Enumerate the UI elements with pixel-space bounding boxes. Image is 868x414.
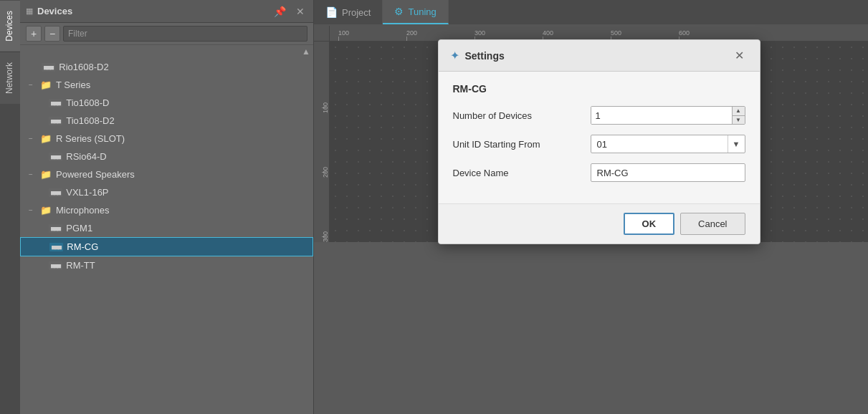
tree-item-poweredspeakers[interactable]: − 📁 Powered Speakers (20, 165, 313, 183)
tab-project-label: Project (342, 7, 371, 18)
tree-item-rmcg[interactable]: ■■■ RM-CG (20, 237, 313, 256)
devices-icon: ▦ (26, 6, 33, 16)
device-name-row: Device Name (453, 163, 745, 182)
device-icon: ■■■ (49, 153, 62, 161)
tree-item-rseriesslot[interactable]: − 📁 R Series (SLOT) (20, 130, 313, 148)
collapse-icon[interactable]: − (29, 135, 37, 143)
tree-item-tio1608d[interactable]: ■■■ Tio1608-D (20, 94, 313, 112)
tree-item-rio1608d2[interactable]: ■■■ Rio1608-D2 (20, 58, 313, 76)
ruler-v-marks: 100 200 300 (322, 49, 329, 242)
device-icon: ■■■ (49, 188, 62, 197)
device-icon: ■■■ (42, 63, 55, 72)
add-button[interactable]: + (26, 26, 42, 42)
collapse-icon[interactable]: − (29, 81, 37, 89)
unit-id-control: 01 ▼ (591, 135, 745, 153)
canvas-content: 100 200 300 ✦ (314, 42, 868, 242)
device-tree: ■■■ Rio1608-D2 − 📁 T Series ■■■ Tio1608-… (20, 58, 313, 414)
filter-input[interactable] (63, 26, 307, 42)
collapse-icon[interactable]: − (29, 206, 37, 214)
sidebar-item-devices[interactable]: Devices (0, 0, 20, 52)
tree-item-label: PGM1 (66, 223, 92, 234)
tab-project[interactable]: 📄 Project (314, 0, 383, 24)
tree-item-pgm1[interactable]: ■■■ PGM1 (20, 219, 313, 237)
num-devices-control: ▲ ▼ (591, 106, 745, 125)
num-devices-spinbox[interactable]: ▲ ▼ (591, 106, 745, 125)
tree-item-label: Tio1608-D (66, 97, 109, 108)
device-icon: ■■■ (49, 224, 62, 233)
scroll-up-area: ▲ (20, 45, 313, 58)
tree-item-microphones[interactable]: − 📁 Microphones (20, 201, 313, 219)
device-name-label: Device Name (453, 168, 582, 178)
panel-title: Devices (37, 6, 267, 16)
modal-body: RM-CG Number of Devices ▲ ▼ (439, 72, 760, 203)
folder-icon: 📁 (40, 80, 52, 90)
close-button[interactable]: ✕ (293, 4, 307, 19)
settings-modal: ✦ Settings ✕ RM-CG Number of Devices (438, 39, 760, 244)
num-devices-label: Number of Devices (453, 110, 582, 121)
modal-overlay: ✦ Settings ✕ RM-CG Number of Devices (330, 42, 868, 242)
spinbox-down[interactable]: ▼ (733, 116, 745, 125)
tree-item-label: Microphones (56, 205, 109, 216)
modal-footer: OK Cancel (439, 203, 760, 244)
tree-item-label: Powered Speakers (56, 169, 135, 180)
tree-item-rmtt[interactable]: ■■■ RM-TT (20, 256, 313, 274)
spinbox-buttons: ▲ ▼ (732, 107, 745, 124)
tree-item-tio1608d2[interactable]: ■■■ Tio1608-D2 (20, 112, 313, 130)
spinbox-up[interactable]: ▲ (733, 107, 745, 116)
ruler-vertical: 100 200 300 (314, 42, 330, 242)
device-icon: ■■■ (49, 243, 63, 251)
ruler-v-mark: 100 (322, 49, 329, 113)
tree-item-rsio64d[interactable]: ■■■ RSio64-D (20, 148, 313, 165)
devices-panel: ▦ Devices 📌 ✕ + − ▲ ■■■ Rio1608-D2 − 📁 T… (20, 0, 314, 414)
ruler-mark: 100 (338, 29, 406, 41)
tab-tuning[interactable]: ⚙ Tuning (383, 0, 448, 24)
pin-button[interactable]: 📌 (271, 4, 289, 19)
project-icon: 📄 (325, 6, 338, 18)
unit-id-label: Unit ID Starting From (453, 139, 582, 150)
settings-icon: ✦ (450, 49, 459, 62)
tab-tuning-label: Tuning (408, 6, 436, 17)
tree-item-label: RSio64-D (66, 151, 106, 162)
ok-button[interactable]: OK (624, 213, 675, 235)
vertical-sidebar: Devices Network (0, 0, 20, 414)
ruler-marks: 100 200 300 400 (338, 26, 747, 41)
tree-item-label: Rio1608-D2 (59, 62, 108, 72)
tree-item-vxl116p[interactable]: ■■■ VXL1-16P (20, 183, 313, 201)
scroll-up-arrow[interactable]: ▲ (302, 47, 310, 57)
num-devices-row: Number of Devices ▲ ▼ (453, 106, 745, 125)
ruler-v-mark: 300 (322, 178, 329, 242)
folder-icon: 📁 (40, 169, 52, 180)
folder-icon: 📁 (40, 133, 52, 144)
modal-close-button[interactable]: ✕ (730, 47, 748, 64)
tree-item-label: RM-TT (66, 260, 95, 271)
tree-item-tseries[interactable]: − 📁 T Series (20, 76, 313, 94)
tree-item-label: VXL1-16P (66, 187, 108, 198)
dropdown-arrow[interactable]: ▼ (728, 135, 745, 153)
unit-id-value: 01 (591, 139, 728, 150)
unit-id-row: Unit ID Starting From 01 ▼ (453, 135, 745, 153)
remove-button[interactable]: − (44, 26, 60, 42)
unit-id-select[interactable]: 01 ▼ (591, 135, 745, 153)
dot-canvas: ✦ Settings ✕ RM-CG Number of Devices (330, 42, 868, 242)
sidebar-item-network[interactable]: Network (0, 52, 20, 104)
num-devices-input[interactable] (591, 107, 732, 124)
panel-header: ▦ Devices 📌 ✕ (20, 0, 313, 23)
tab-bar: 📄 Project ⚙ Tuning (314, 0, 868, 26)
tree-item-label: R Series (SLOT) (56, 133, 125, 144)
device-icon: ■■■ (49, 261, 62, 270)
cancel-button[interactable]: Cancel (680, 213, 745, 235)
main-area: 📄 Project ⚙ Tuning 100 200 (314, 0, 868, 414)
tree-item-label: RM-CG (67, 241, 98, 252)
device-name-input[interactable] (591, 163, 745, 182)
ruler-v-mark: 200 (322, 113, 329, 178)
folder-icon: 📁 (40, 205, 52, 216)
modal-device-name: RM-CG (453, 83, 745, 95)
modal-title: Settings (465, 50, 725, 62)
tuning-icon: ⚙ (394, 6, 404, 17)
device-icon: ■■■ (49, 99, 62, 107)
modal-header: ✦ Settings ✕ (439, 40, 760, 72)
tree-item-label: T Series (56, 80, 90, 90)
device-name-control (591, 163, 745, 182)
panel-toolbar: + − (20, 23, 313, 45)
collapse-icon[interactable]: − (29, 170, 37, 178)
